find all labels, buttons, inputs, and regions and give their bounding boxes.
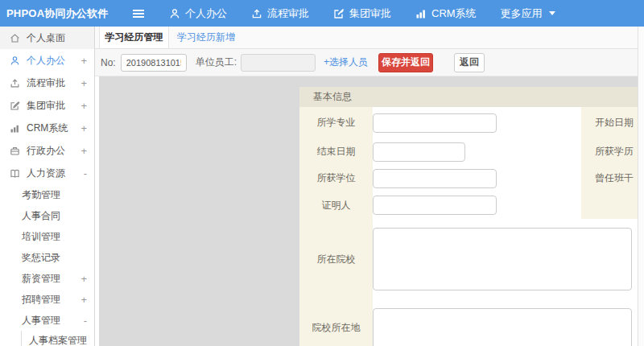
sidebar-item-salary-mgmt[interactable]: 薪资管理 + [0,268,94,289]
sidebar-item-hr-contract[interactable]: 人事合同 [0,205,94,226]
record-no-label: No: [101,57,116,68]
start-date-label: 开始日期 [581,107,638,138]
expand-toggle[interactable]: + [80,78,87,89]
expand-toggle[interactable]: + [80,101,87,111]
caret-down-icon [549,11,555,15]
sidebar-item-process-approval[interactable]: 流程审批 + [0,72,94,94]
sidebar-item-personnel-archive-mgmt[interactable]: 人事档案管理 [21,331,94,346]
nav-item-label: 集团审批 [349,6,391,21]
chart-icon [415,8,427,19]
content-area: 基本信息 所学专业 开始日期 结束日期 所获学历 所获学位 曾任班干 [95,76,644,346]
tab-study-experience-mgmt[interactable]: 学习经历管理 [99,27,169,48]
nav-process-approval[interactable]: 流程审批 [251,6,309,21]
book-icon [10,167,21,179]
sidebar-item-personnel-mgmt[interactable]: 人事管理 - [0,310,94,331]
nav-item-label: CRM系统 [431,6,477,21]
edit-icon [333,8,345,19]
sidebar-item-human-resources[interactable]: 人力资源 - [0,162,94,184]
employee-input[interactable] [241,54,316,72]
return-button[interactable]: 返回 [454,53,485,72]
expand-toggle[interactable]: + [80,295,87,305]
nav-item-label: 个人办公 [185,6,227,21]
expand-toggle[interactable]: + [80,123,87,134]
end-date-label: 结束日期 [299,138,373,165]
main-area: 学习经历管理 学习经历新增 No: 单位员工: +选择人员 保存并返回 返回 基… [95,27,644,346]
nav-item-label: 更多应用 [501,6,543,21]
nav-item-label: 流程审批 [267,6,309,21]
app-window: PHPOA协同办公软件 个人办公 流程审批 集团审批 [0,0,644,346]
section-title: 基本信息 [299,87,638,107]
end-date-field[interactable] [373,142,465,162]
major-field[interactable] [373,113,497,133]
nav-personal-office[interactable]: 个人办公 [169,6,227,21]
top-nav-menu: 个人办公 流程审批 集团审批 CRM系统 更多应用 [145,6,555,21]
sidebar-item-attendance-mgmt[interactable]: 考勤管理 [0,184,94,205]
tab-study-experience-new[interactable]: 学习经历新增 [169,27,243,48]
sidebar-item-crm-system[interactable]: CRM系统 + [0,117,94,139]
school-field[interactable] [373,228,632,290]
expand-toggle[interactable]: + [80,56,87,66]
degree-label: 所获学位 [299,165,373,192]
person-icon [10,55,21,66]
class-cadre-label: 曾任班干 [581,165,638,192]
sidebar-item-recruitment-mgmt[interactable]: 招聘管理 + [0,289,94,310]
major-label: 所学专业 [299,107,373,138]
sidebar-item-personal-desktop[interactable]: 个人桌面 [0,27,94,49]
employee-label: 单位员工: [196,56,237,69]
expand-toggle[interactable]: - [84,315,87,326]
sidebar-item-personal-office[interactable]: 个人办公 + [0,49,94,72]
briefcase-icon [10,145,21,156]
empty-right-cell [581,192,638,219]
sidebar-item-group-approval[interactable]: 集团审批 + [0,94,94,117]
nav-more-apps[interactable]: 更多应用 [501,6,555,21]
reference-person-label: 证明人 [299,192,373,219]
sidebar-item-training-mgmt[interactable]: 培训管理 [0,226,94,247]
expand-toggle[interactable]: - [84,168,87,179]
toolbar: No: 单位员工: +选择人员 保存并返回 返回 [95,49,644,76]
edit-icon [10,100,21,111]
sidebar: 个人桌面 个人办公 + 流程审批 + 集团审批 [0,27,95,346]
record-no-input[interactable] [121,54,187,72]
education-label: 所获学历 [581,138,638,165]
basic-info-panel: 基本信息 所学专业 开始日期 结束日期 所获学历 所获学位 曾任班干 [299,87,638,346]
top-navbar: PHPOA协同办公软件 个人办公 流程审批 集团审批 [0,0,644,27]
app-logo: PHPOA协同办公软件 [0,6,122,21]
chart-icon [10,122,21,134]
expand-toggle[interactable]: + [80,274,87,284]
menu-toggle-icon[interactable] [132,9,145,19]
school-location-field[interactable] [373,308,632,346]
process-icon [251,8,262,19]
vertical-scrollbar[interactable] [638,27,644,346]
reference-person-field[interactable] [373,196,497,215]
sidebar-item-admin-office[interactable]: 行政办公 + [0,139,94,162]
tab-bar: 学习经历管理 学习经历新增 [95,27,644,49]
expand-toggle[interactable]: + [80,146,87,156]
nav-group-approval[interactable]: 集团审批 [333,6,391,21]
select-person-link[interactable]: +选择人员 [324,56,368,69]
person-icon [169,8,180,19]
process-icon [10,77,21,89]
save-and-return-button[interactable]: 保存并返回 [378,53,433,72]
school-location-label: 院校所在地 [299,299,373,346]
nav-crm-system[interactable]: CRM系统 [415,6,477,21]
degree-field[interactable] [373,169,497,188]
sidebar-item-reward-punishment[interactable]: 奖惩记录 [0,247,94,268]
school-label: 所在院校 [299,219,373,299]
home-icon [10,32,21,43]
